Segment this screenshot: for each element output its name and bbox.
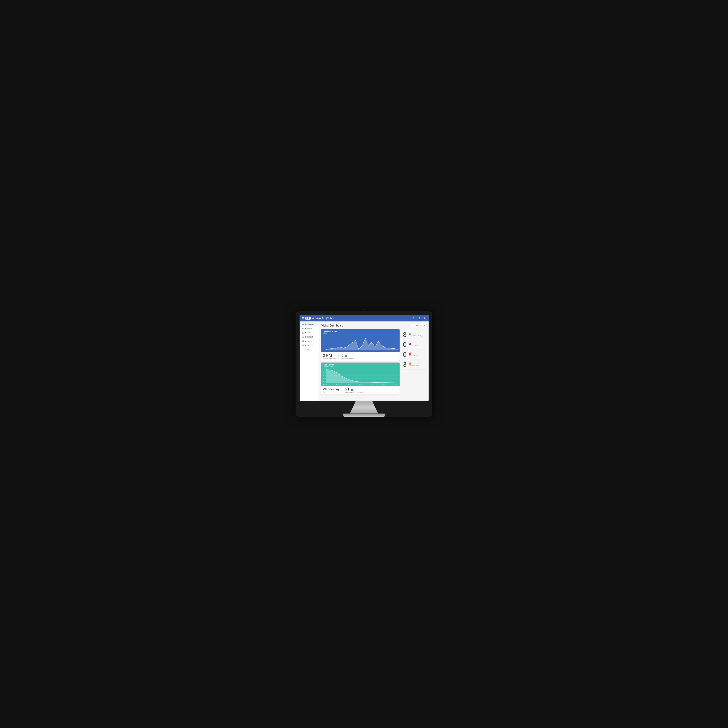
svg-point-48 [394, 348, 395, 349]
peak-time-value: 2 PM [323, 353, 336, 358]
page-title: Visitor Dashboard [321, 324, 344, 327]
time-axis-labels: 0am 1am 2am 3am 4am 5am 6am 7am 8am 9a [321, 350, 399, 352]
svg-point-30 [371, 341, 372, 343]
sidebar-item-label: All Visitors [305, 344, 314, 346]
stat-info-invited: ✉ Invited Visitors Today [409, 333, 422, 336]
svg-point-39 [352, 342, 353, 343]
sidebar-item-bulk-print[interactable]: ⎙ Bulk Print [300, 335, 319, 339]
svg-rect-18 [303, 346, 304, 346]
future-traffic-header: Future Traffic Upcoming Week [321, 362, 399, 368]
invited-badge: ✉ [409, 333, 411, 335]
svg-point-45 [384, 347, 385, 348]
sidebar-item-label: Audit [305, 349, 309, 351]
main-area: ⊞ Dashboard Check In [300, 321, 428, 401]
svg-rect-4 [419, 318, 419, 318]
svg-rect-1 [419, 317, 419, 318]
svg-rect-17 [303, 345, 304, 346]
svg-point-34 [336, 348, 336, 349]
future-traffic-subtitle: Upcoming Week [323, 366, 398, 367]
sidebar-item-dashboard[interactable]: ⊞ Dashboard [300, 322, 319, 327]
sidebar-item-label: Check In [305, 327, 312, 329]
svg-point-41 [362, 346, 362, 346]
svg-point-28 [355, 340, 356, 341]
stats-column: 8 ✉ Invited Visitors Today 0 ▣ [402, 329, 426, 395]
charts-column: Upcoming Traffic Today [321, 329, 399, 395]
svg-text:4: 4 [323, 378, 324, 379]
audit-icon: ✓ [302, 349, 304, 351]
svg-text:2: 2 [323, 380, 324, 382]
future-traffic-footer: Wednesday Expected Traffic Peak 21 � [321, 386, 399, 395]
stat-number-building: 0 [403, 341, 408, 348]
denied-badge: ▲ [409, 353, 411, 355]
svg-text:4: 4 [324, 340, 324, 341]
location-select[interactable]: All Locations [411, 324, 426, 327]
stat-visitors-building: 0 ▣ Visitors In Building [402, 340, 426, 350]
stat-desc-noshow: No Show Visitors [409, 365, 420, 367]
peak-time-stat: 2 PM Expected Traffic Peak [323, 353, 336, 359]
apps-icon[interactable] [417, 317, 421, 320]
stat-number-invited: 8 [403, 332, 408, 338]
content-header: Visitor Dashboard All Locations [321, 324, 426, 327]
svg-point-36 [342, 347, 343, 348]
svg-text:1: 1 [324, 348, 324, 349]
svg-text:2: 2 [324, 346, 324, 347]
svg-rect-6 [418, 319, 418, 320]
week-axis-labels: Wednesday Thursday Friday Saturday Sunda… [321, 384, 399, 386]
future-visitor-value: 21 👥 [345, 387, 365, 391]
upcoming-traffic-chart: 5 4 3 2 1 [321, 335, 399, 350]
svg-point-42 [368, 344, 369, 345]
svg-rect-16 [303, 345, 304, 345]
account-icon[interactable] [423, 317, 427, 320]
stat-divider-2 [342, 387, 343, 393]
sidebar-item-audit[interactable]: ✓ Audit [300, 347, 319, 352]
upcoming-traffic-svg: 5 4 3 2 1 [323, 335, 398, 350]
hid-logo: HID [305, 317, 310, 320]
svg-rect-14 [303, 341, 304, 341]
monitor: ☰ HID WorkforceID™ | Visitors ? [296, 312, 432, 417]
navbar-title: WorkforceID™ | Visitors [312, 317, 334, 320]
sidebar-item-check-out[interactable]: Check Out [300, 331, 319, 335]
sidebar-item-check-in[interactable]: Check In [300, 327, 319, 331]
svg-point-43 [375, 346, 375, 347]
stat-info-noshow: ? No Show Visitors [409, 362, 420, 367]
svg-point-29 [365, 338, 366, 339]
stat-info-denied: ▲ Denied Visitors [409, 353, 418, 356]
sidebar-item-label: Bulk Print [305, 336, 313, 338]
webcam [364, 309, 365, 310]
upcoming-traffic-subtitle: Today [323, 332, 398, 334]
monitor-stand [350, 401, 378, 413]
svg-point-46 [388, 348, 388, 349]
sidebar-item-label: Dashboard [305, 323, 314, 325]
peak-day-value: Wednesday [323, 388, 340, 391]
sidebar-item-label: Check Out [305, 332, 314, 334]
stat-divider [338, 354, 339, 359]
svg-text:40: 40 [323, 369, 324, 370]
content-area: Visitor Dashboard All Locations [319, 321, 428, 401]
upcoming-traffic-title: Upcoming Traffic [323, 330, 398, 332]
cards-row: Upcoming Traffic Today [321, 329, 426, 395]
sidebar-item-label: All Visits [305, 340, 312, 342]
svg-text:3: 3 [324, 343, 324, 344]
help-icon[interactable]: ? [411, 317, 415, 320]
sidebar-item-all-visits[interactable]: All Visits [300, 339, 319, 343]
svg-point-9 [424, 317, 425, 318]
app: ☰ HID WorkforceID™ | Visitors ? [300, 315, 428, 401]
sidebar-item-all-visitors[interactable]: All Visitors [300, 343, 319, 347]
stat-info-building: ▣ Visitors In Building [409, 343, 421, 347]
future-traffic-svg: 40 8 6 4 2 [323, 368, 398, 383]
bulk-print-icon: ⎙ [302, 336, 304, 338]
visitor-peak-label: Expected Visitor Peak [341, 358, 354, 359]
svg-point-32 [326, 349, 327, 350]
location-selector-wrapper: All Locations [411, 324, 426, 327]
all-visits-icon [302, 340, 304, 342]
hamburger-icon[interactable]: ☰ [302, 317, 304, 320]
svg-point-44 [381, 344, 382, 345]
building-badge: ▣ [409, 343, 411, 345]
sidebar: ⊞ Dashboard Check In [300, 321, 319, 401]
svg-point-37 [346, 347, 346, 348]
monitor-screen: ☰ HID WorkforceID™ | Visitors ? [299, 315, 429, 401]
svg-rect-0 [418, 317, 418, 318]
stat-invited-visitors: 8 ✉ Invited Visitors Today [402, 330, 426, 340]
future-traffic-chart: 40 8 6 4 2 [321, 368, 399, 384]
svg-rect-7 [419, 319, 419, 320]
